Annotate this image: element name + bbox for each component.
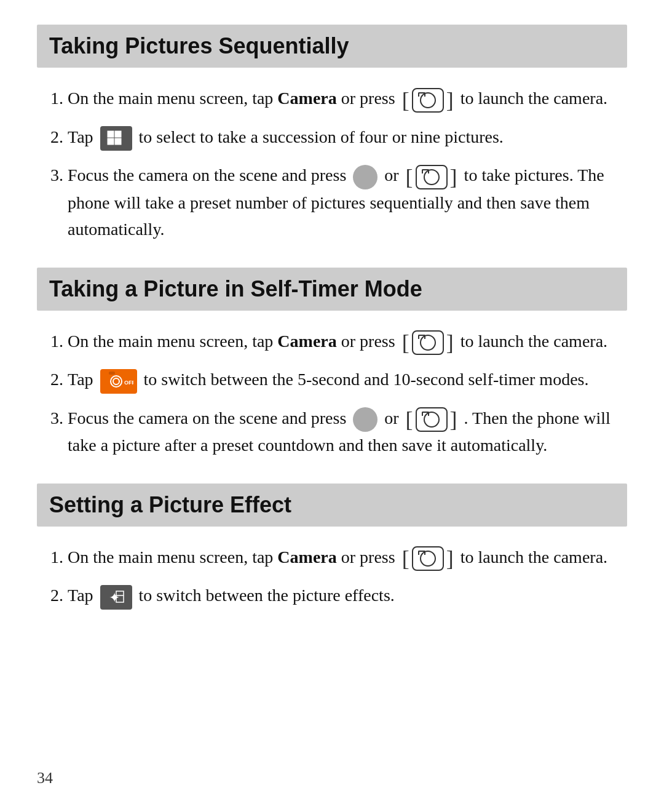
- camera-icon-effect1: [ ]: [402, 546, 454, 571]
- timer-step-2: Tap OFF to switch between the 5-second a…: [68, 366, 627, 394]
- svg-text:OFF: OFF: [124, 380, 133, 386]
- effect-step-1: On the main menu screen, tap Camera or p…: [68, 544, 627, 571]
- camera-icon-inner-timer3: [416, 407, 448, 432]
- section-header-self-timer: Taking a Picture in Self-Timer Mode: [37, 268, 627, 311]
- seq-step-1-bold: Camera: [277, 89, 336, 108]
- timer-svg: OFF: [104, 371, 133, 392]
- svg-rect-8: [109, 372, 115, 375]
- timer-step-2-text-after: to switch between the 5-second and 10-se…: [144, 370, 589, 389]
- camera-icon-inner-seq1: [412, 88, 444, 113]
- grid-svg: [106, 130, 126, 147]
- section-title-sequential: Taking Pictures Sequentially: [49, 33, 615, 59]
- timer-step-2-text-before: Tap: [68, 370, 98, 389]
- svg-rect-2: [108, 138, 114, 145]
- svg-rect-0: [108, 131, 114, 137]
- seq-step-3-or: or: [384, 165, 403, 185]
- camera-icon-inner-timer1: [412, 330, 444, 355]
- effect-step-2-text-before: Tap: [68, 586, 98, 605]
- timer-step-3-or: or: [384, 408, 403, 428]
- effect-steps-list: On the main menu screen, tap Camera or p…: [37, 544, 627, 610]
- effect-step-1-text-after: to launch the camera.: [460, 547, 607, 567]
- section-title-self-timer: Taking a Picture in Self-Timer Mode: [49, 276, 615, 302]
- seq-step-3: Focus the camera on the scene and press …: [68, 162, 627, 242]
- seq-step-2: Tap to select to take a succession of fo…: [68, 124, 627, 151]
- seq-step-2-text-before: Tap: [68, 127, 98, 146]
- camera-icon-timer3: [ ]: [406, 407, 457, 432]
- self-timer-steps-list: On the main menu screen, tap Camera or p…: [37, 328, 627, 459]
- oval-button-timer3: [353, 407, 377, 432]
- camera-icon-seq3: [ ]: [406, 165, 457, 189]
- camera-icon-inner-effect1: [412, 546, 444, 571]
- timer-icon: OFF: [100, 369, 137, 394]
- seq-step-1-text-after: to launch the camera.: [460, 89, 607, 108]
- sequential-steps-list: On the main menu screen, tap Camera or p…: [37, 85, 627, 243]
- seq-step-1: On the main menu screen, tap Camera or p…: [68, 85, 627, 113]
- grid-icon: [100, 126, 132, 151]
- page-number: 34: [37, 769, 53, 787]
- effect-icon: ✦: [100, 585, 132, 610]
- effect-svg: ✦: [106, 589, 126, 606]
- section-header-picture-effect: Setting a Picture Effect: [37, 484, 627, 527]
- camera-icon-inner-seq3: [416, 165, 448, 189]
- section-title-picture-effect: Setting a Picture Effect: [49, 492, 615, 518]
- section-picture-effect: Setting a Picture Effect On the main men…: [37, 484, 627, 610]
- timer-step-1-text-after: to launch the camera.: [460, 332, 607, 351]
- effect-step-1-bold: Camera: [277, 547, 336, 567]
- svg-text:✦: ✦: [109, 590, 120, 605]
- seq-step-2-text-after: to select to take a succession of four o…: [139, 127, 504, 146]
- seq-step-3-text-before: Focus the camera on the scene and press: [68, 165, 350, 185]
- timer-step-3-text-before: Focus the camera on the scene and press: [68, 408, 350, 428]
- timer-step-1-bold: Camera: [277, 332, 336, 351]
- effect-step-1-text-before: On the main menu screen, tap Camera or p…: [68, 547, 400, 567]
- seq-step-1-text-before: On the main menu screen, tap Camera or p…: [68, 89, 400, 108]
- section-header-sequential: Taking Pictures Sequentially: [37, 25, 627, 68]
- section-taking-pictures-sequentially: Taking Pictures Sequentially On the main…: [37, 25, 627, 243]
- oval-button-seq3: [353, 165, 377, 189]
- timer-step-3: Focus the camera on the scene and press …: [68, 405, 627, 459]
- effect-step-2: Tap ✦ to switch between the picture effe…: [68, 582, 627, 610]
- camera-icon-timer1: [ ]: [402, 330, 454, 355]
- svg-rect-1: [115, 131, 121, 137]
- section-self-timer: Taking a Picture in Self-Timer Mode On t…: [37, 268, 627, 459]
- camera-icon-seq1: [ ]: [402, 88, 454, 113]
- svg-rect-3: [115, 138, 121, 145]
- timer-step-1-text-before: On the main menu screen, tap Camera or p…: [68, 332, 400, 351]
- effect-step-2-text-after: to switch between the picture effects.: [139, 586, 395, 605]
- timer-step-1: On the main menu screen, tap Camera or p…: [68, 328, 627, 356]
